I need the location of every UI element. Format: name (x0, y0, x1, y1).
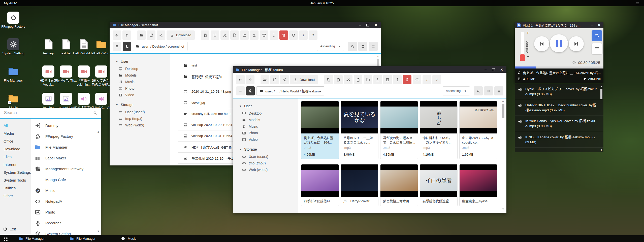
taskbar-item-0[interactable]: File Manager (16, 235, 47, 242)
toolbar2-open-in-new[interactable] (270, 75, 279, 84)
category-9[interactable]: Other (0, 192, 31, 200)
maximize-button[interactable] (492, 68, 495, 71)
close-button[interactable]: × (598, 23, 600, 28)
toolbar2-delete[interactable] (403, 75, 411, 84)
scroll-down-icon[interactable]: ▼ (501, 208, 505, 211)
toolbar-back[interactable] (113, 30, 121, 40)
app-2[interactable]: File Manager (31, 142, 101, 153)
toolbar2-upload[interactable] (373, 75, 382, 84)
toolbar-rename[interactable] (270, 30, 278, 40)
toolbar2-help[interactable] (432, 75, 441, 84)
tile-1[interactable]: 夏を見ているかな 八月のレイニー＿はるまきごはん co... .mp3 3.06… (341, 101, 378, 159)
toolbar-open-in-new[interactable] (147, 30, 155, 40)
toolbar2-copy[interactable] (324, 75, 333, 84)
app-10[interactable]: System Setting (31, 228, 101, 235)
toolbar-paste[interactable] (211, 30, 219, 40)
toolbar2-refresh[interactable] (413, 75, 421, 84)
sidebar-group-user[interactable]: ▼ User (116, 59, 170, 63)
tile-2[interactable]: 君が夜の海に還るまで＿こんにちは谷田... .mp3 4.35MB (380, 101, 418, 159)
dark-mode-toggle[interactable] (123, 42, 131, 51)
scroll-up-icon[interactable]: ▲ (502, 99, 504, 102)
toolbar2-info[interactable] (423, 75, 431, 84)
list-menu-button[interactable] (236, 86, 245, 95)
volume-down-button[interactable]: − (527, 54, 529, 59)
search-button[interactable] (348, 42, 357, 51)
app-3[interactable]: Label Maker (31, 153, 101, 163)
tile-row2-4[interactable]: 幽霊東京＿Ayase... (459, 164, 497, 206)
app-7[interactable]: NotepadA (31, 196, 101, 207)
sidebar-group-user[interactable]: ▼ User (239, 104, 298, 108)
toolbar2-up[interactable] (246, 75, 254, 84)
sidebar2-item-4[interactable]: Video (239, 136, 298, 143)
playlist-item-2[interactable]: In Your Hands _ yusukeP cover. by 柘榴-zak… (515, 116, 603, 132)
window-titlebar[interactable]: File Manager - screenshot – × (110, 22, 381, 28)
sidebar2-item-1[interactable]: Models (239, 117, 298, 123)
category-2[interactable]: Office (0, 137, 31, 145)
scrollbar[interactable]: ▲ ▼ (501, 99, 505, 211)
pause-button[interactable] (550, 34, 568, 52)
volume-slider-thumb[interactable] (520, 54, 525, 61)
sidebar-item-2[interactable]: Music (116, 79, 170, 85)
toolbar-up[interactable] (122, 30, 131, 40)
search-button[interactable] (474, 86, 483, 95)
category-5[interactable]: Internet (0, 161, 31, 168)
toolbar2-cut[interactable] (344, 75, 352, 84)
scroll-up-icon[interactable]: ▲ (97, 130, 100, 133)
app-4[interactable]: Management Gateway (31, 163, 101, 174)
app-1[interactable]: FFmpeg Factory (31, 131, 101, 142)
toolbar2-paste[interactable] (334, 75, 343, 84)
toolbar-new-folder[interactable] (240, 30, 249, 40)
minimize-button[interactable]: – (359, 23, 361, 27)
tile-row2-3[interactable]: イロの愚者 妄想感傷代償連盟... (420, 164, 458, 206)
sidebar2-item-2[interactable]: Music (239, 123, 298, 130)
sidebar-item-3[interactable]: Photo (116, 85, 170, 92)
toolbar-open[interactable] (137, 30, 146, 40)
playlist-item-0[interactable]: Cynic _ ポリスピカデリー cover. by 柘榴-zakuro-.mp… (515, 84, 603, 100)
tile-row2-0[interactable]: 四季折々に揺蕩い... (301, 164, 339, 206)
toolbar-copy[interactable] (201, 30, 209, 40)
window-titlebar[interactable]: File Manager - 柘榴-zakuro- – × (233, 66, 506, 73)
list-menu-button[interactable] (113, 42, 121, 51)
playlist-item-3[interactable]: KING _ Kanaria cover. by 柘榴-zakuro-.mp3 … (515, 132, 603, 148)
toolbar-refresh[interactable] (289, 30, 298, 40)
volume-up-button[interactable]: + (526, 30, 529, 36)
desktop-icon-2[interactable]: File Manager (1, 65, 25, 83)
sidebar-item-4[interactable]: Video (116, 92, 170, 98)
dark-mode-toggle[interactable] (246, 86, 255, 95)
minimize-button[interactable]: – (485, 68, 487, 71)
toolbar2-share[interactable] (280, 75, 289, 84)
grid-view-button[interactable] (484, 86, 493, 95)
sidebar-group-storage[interactable]: ▼ Storage (239, 147, 298, 151)
desktop-icon-3[interactable]: Music (1, 93, 25, 110)
scroll-down-icon[interactable]: ▼ (97, 230, 100, 233)
scroll-up-icon[interactable]: ▲ (377, 55, 379, 58)
tile-3[interactable]: 「寂しい」 命に嫌われている。＿カンザキイオリ... .mp3 4.19MB (420, 101, 458, 159)
toolbar-new-file[interactable] (230, 30, 239, 40)
sidebar2-storage-1[interactable]: tmp (tmp:/) (239, 160, 298, 166)
toolbar2-archive[interactable] (383, 75, 392, 84)
tile-row2-2[interactable]: 夢と葉桜＿青木月... (380, 164, 418, 206)
toolbar2-new-file[interactable] (354, 75, 362, 84)
sidebar2-storage-2[interactable]: Web (web:/) (239, 166, 298, 173)
player-titlebar[interactable]: 例えば、今此処に置かれた花に＿164 c… – × (515, 22, 603, 28)
category-0[interactable]: All (0, 122, 31, 129)
maximize-button[interactable] (366, 24, 369, 26)
list-view-button[interactable] (494, 86, 503, 95)
category-8[interactable]: Utilities (0, 184, 31, 192)
exit-button[interactable]: Exit (0, 227, 31, 231)
next-track-button[interactable] (569, 36, 584, 51)
menu-icon[interactable] (635, 1, 640, 5)
tile-0[interactable]: 例えば、今此処に置かれた花に＿164... .mp3 4.99MB (301, 101, 339, 159)
taskbar-item-1[interactable]: File Manager (67, 235, 98, 242)
app-9[interactable]: Recorder (31, 218, 101, 228)
search-input[interactable] (4, 110, 93, 115)
playlist-item-1[interactable]: HAPPY BIRTHDAY _ back number cover. by柘榴… (515, 100, 603, 116)
sort-dropdown[interactable]: Ascending ▼ (317, 42, 344, 51)
sidebar-storage-0[interactable]: User (user:/) (116, 109, 170, 115)
taskbar-item-2[interactable]: Music (118, 235, 139, 242)
category-7[interactable]: System Tools (0, 176, 31, 184)
category-1[interactable]: Media (0, 129, 31, 137)
close-button[interactable]: × (375, 23, 377, 27)
toolbar-delete[interactable] (279, 30, 288, 40)
toolbar2-back[interactable] (236, 75, 245, 84)
